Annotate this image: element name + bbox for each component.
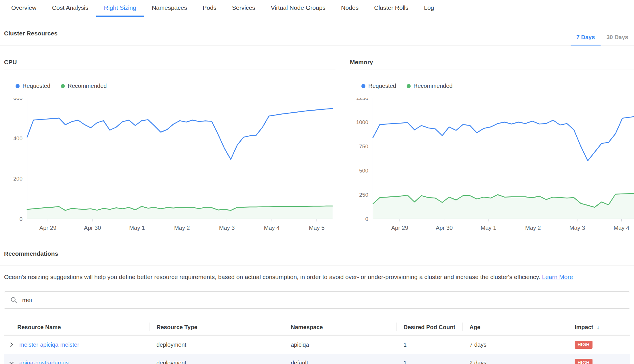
requested-legend-label: Requested bbox=[22, 83, 50, 89]
tab-cluster-rolls[interactable]: Cluster Rolls bbox=[366, 0, 416, 17]
tab-virtual-node-groups[interactable]: Virtual Node Groups bbox=[263, 0, 333, 17]
table-header-row: Resource Name Resource Type Namespace De… bbox=[4, 320, 630, 336]
tab-cost-analysis[interactable]: Cost Analysis bbox=[44, 0, 96, 17]
charts-row: CPU Requested Recommended 6004002000Apr … bbox=[0, 46, 634, 233]
cluster-resources-title: Cluster Resources bbox=[4, 17, 58, 45]
resource-name-cell: meister-apiciqa-meister bbox=[4, 341, 150, 348]
memory-chart-title: Memory bbox=[350, 46, 634, 69]
cluster-resources-header: Cluster Resources 7 Days 30 Days bbox=[0, 17, 634, 46]
impact-header-label: Impact bbox=[575, 324, 593, 331]
svg-text:500: 500 bbox=[359, 168, 368, 174]
memory-legend-requested[interactable]: Requested bbox=[361, 83, 396, 89]
recommended-legend-dot bbox=[61, 84, 65, 88]
chevron-down-icon bbox=[8, 360, 15, 364]
svg-text:May 3: May 3 bbox=[219, 225, 235, 231]
svg-text:May 4: May 4 bbox=[614, 225, 629, 231]
recommendations-description: Ocean's resizing suggestions will help y… bbox=[4, 273, 630, 281]
resource-name-link[interactable]: apiqa-nostradamus bbox=[19, 360, 69, 364]
table-row: meister-apiciqa-meister deployment apici… bbox=[4, 336, 630, 354]
tab-nodes[interactable]: Nodes bbox=[333, 0, 367, 17]
column-header-resource-type[interactable]: Resource Type bbox=[150, 320, 284, 335]
svg-text:May 2: May 2 bbox=[174, 225, 190, 231]
memory-chart-panel: Memory Requested Recommended 12501000750… bbox=[350, 46, 634, 233]
cpu-chart: 6004002000Apr 29Apr 30May 1May 2May 3May… bbox=[4, 98, 335, 233]
svg-text:May 3: May 3 bbox=[569, 225, 585, 231]
tab-log[interactable]: Log bbox=[416, 0, 442, 17]
range-tab-7-days[interactable]: 7 Days bbox=[571, 30, 601, 46]
resource-name-cell: apiqa-nostradamus bbox=[4, 359, 150, 364]
learn-more-link[interactable]: Learn More bbox=[542, 274, 573, 280]
svg-text:May 4: May 4 bbox=[264, 225, 280, 231]
column-header-namespace[interactable]: Namespace bbox=[284, 320, 397, 335]
requested-legend-label: Requested bbox=[368, 83, 396, 89]
recommendations-description-text: Ocean's resizing suggestions will help y… bbox=[4, 274, 542, 280]
column-header-desired-pod-count[interactable]: Desired Pod Count bbox=[397, 320, 463, 335]
svg-text:Apr 29: Apr 29 bbox=[391, 225, 408, 231]
svg-text:Apr 30: Apr 30 bbox=[84, 225, 101, 231]
desired-pod-count-cell: 1 bbox=[397, 360, 463, 364]
table-row: apiqa-nostradamus deployment default 1 2… bbox=[4, 354, 630, 364]
svg-text:1000: 1000 bbox=[356, 119, 368, 125]
tab-services[interactable]: Services bbox=[224, 0, 263, 17]
svg-text:May 1: May 1 bbox=[129, 225, 145, 231]
tab-overview[interactable]: Overview bbox=[3, 0, 44, 17]
collapse-row-button[interactable] bbox=[8, 359, 15, 364]
memory-chart-legend: Requested Recommended bbox=[361, 83, 634, 89]
svg-text:200: 200 bbox=[13, 176, 22, 182]
resource-type-cell: deployment bbox=[150, 342, 284, 348]
memory-chart-canvas: 125010007505002500Apr 29Apr 30May 1May 2… bbox=[350, 98, 634, 232]
svg-text:750: 750 bbox=[359, 143, 368, 149]
impact-cell: HIGH bbox=[568, 359, 630, 364]
sort-descending-icon[interactable]: ↓ bbox=[597, 324, 599, 331]
time-range-switcher: 7 Days 30 Days bbox=[571, 30, 634, 45]
memory-legend-recommended[interactable]: Recommended bbox=[407, 83, 453, 89]
resource-type-cell: deployment bbox=[150, 360, 284, 364]
svg-text:0: 0 bbox=[19, 216, 22, 222]
search-box bbox=[4, 291, 630, 309]
column-header-impact[interactable]: Impact ↓ bbox=[568, 320, 630, 335]
impact-high-badge: HIGH bbox=[575, 341, 593, 349]
recommended-legend-label: Recommended bbox=[68, 83, 107, 89]
search-input[interactable] bbox=[22, 297, 624, 304]
cpu-legend-requested[interactable]: Requested bbox=[16, 83, 50, 89]
desired-pod-count-cell: 1 bbox=[397, 342, 463, 348]
svg-text:Apr 29: Apr 29 bbox=[39, 225, 56, 231]
recommended-legend-label: Recommended bbox=[414, 83, 453, 89]
tab-namespaces[interactable]: Namespaces bbox=[144, 0, 195, 17]
tab-right-sizing[interactable]: Right Sizing bbox=[96, 0, 144, 17]
requested-legend-dot bbox=[16, 84, 20, 88]
namespace-cell: default bbox=[284, 360, 397, 364]
expand-row-button[interactable] bbox=[8, 341, 15, 348]
cpu-chart-legend: Requested Recommended bbox=[16, 83, 335, 89]
search-icon bbox=[10, 296, 18, 304]
svg-text:May 2: May 2 bbox=[525, 225, 541, 231]
tab-pods[interactable]: Pods bbox=[195, 0, 224, 17]
requested-legend-dot bbox=[361, 84, 365, 88]
recommended-legend-dot bbox=[407, 84, 411, 88]
age-cell: 2 days bbox=[463, 360, 568, 364]
cpu-legend-recommended[interactable]: Recommended bbox=[61, 83, 107, 89]
cpu-chart-canvas: 6004002000Apr 29Apr 30May 1May 2May 3May… bbox=[4, 98, 334, 232]
svg-text:Apr 30: Apr 30 bbox=[436, 225, 453, 231]
top-nav: Overview Cost Analysis Right Sizing Name… bbox=[0, 0, 634, 17]
range-tab-30-days[interactable]: 30 Days bbox=[601, 30, 634, 46]
cpu-chart-panel: CPU Requested Recommended 6004002000Apr … bbox=[4, 46, 335, 233]
svg-text:May 1: May 1 bbox=[481, 225, 496, 231]
namespace-cell: apiciqa bbox=[284, 342, 397, 348]
cpu-chart-title: CPU bbox=[4, 46, 335, 69]
impact-cell: HIGH bbox=[568, 341, 630, 349]
resource-name-link[interactable]: meister-apiciqa-meister bbox=[19, 342, 79, 348]
column-header-age[interactable]: Age bbox=[463, 320, 568, 335]
impact-high-badge: HIGH bbox=[575, 359, 593, 364]
age-cell: 7 days bbox=[463, 342, 568, 348]
svg-text:600: 600 bbox=[13, 98, 22, 101]
svg-text:1250: 1250 bbox=[356, 98, 368, 101]
svg-text:400: 400 bbox=[13, 135, 22, 141]
svg-text:May 5: May 5 bbox=[309, 225, 324, 231]
column-header-resource-name[interactable]: Resource Name bbox=[4, 320, 150, 335]
svg-text:250: 250 bbox=[359, 192, 368, 198]
recommendations-title: Recommendations bbox=[4, 250, 634, 266]
recommendations-header: Recommendations bbox=[0, 250, 634, 266]
svg-text:0: 0 bbox=[365, 216, 368, 222]
chevron-right-icon bbox=[8, 342, 15, 348]
